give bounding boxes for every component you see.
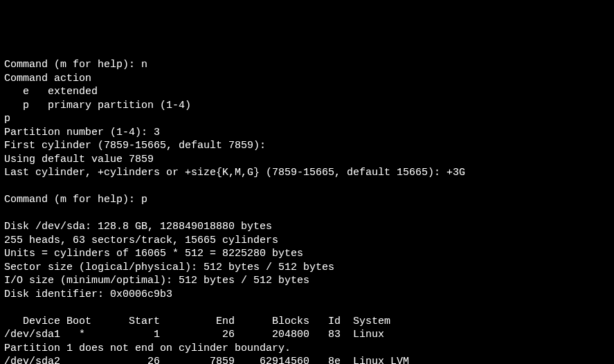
command-prompt-p: Command (m for help): p <box>4 194 147 206</box>
io-size-line: I/O size (minimum/optimal): 512 bytes / … <box>4 275 309 286</box>
terminal-output: Command (m for help): n Command action e… <box>4 58 610 364</box>
partition-row-sda1: /dev/sda1 * 1 26 204800 83 Linux <box>4 329 384 340</box>
boundary-warning: Partition 1 does not end on cylinder bou… <box>4 343 291 354</box>
default-value-line: Using default value 7859 <box>4 154 154 165</box>
extended-option: e extended <box>4 86 98 98</box>
disk-identifier-line: Disk identifier: 0x0006c9b3 <box>4 289 172 300</box>
user-input-p: p <box>4 113 10 125</box>
last-cylinder-prompt: Last cylinder, +cylinders or +size{K,M,G… <box>4 167 465 179</box>
sector-size-line: Sector size (logical/physical): 512 byte… <box>4 262 334 273</box>
heads-sectors-line: 255 heads, 63 sectors/track, 15665 cylin… <box>4 235 278 246</box>
partition-row-sda2: /dev/sda2 26 7859 62914560 8e Linux LVM <box>4 356 409 364</box>
units-line: Units = cylinders of 16065 * 512 = 82252… <box>4 248 303 260</box>
partition-number-prompt: Partition number (1-4): 3 <box>4 127 160 138</box>
command-action-header: Command action <box>4 73 91 84</box>
command-prompt-line: Command (m for help): n <box>4 59 147 71</box>
primary-option: p primary partition (1-4) <box>4 100 191 111</box>
first-cylinder-prompt: First cylinder (7859-15665, default 7859… <box>4 140 266 152</box>
disk-info-line: Disk /dev/sda: 128.8 GB, 128849018880 by… <box>4 221 272 233</box>
table-header: Device Boot Start End Blocks Id System <box>4 316 390 327</box>
